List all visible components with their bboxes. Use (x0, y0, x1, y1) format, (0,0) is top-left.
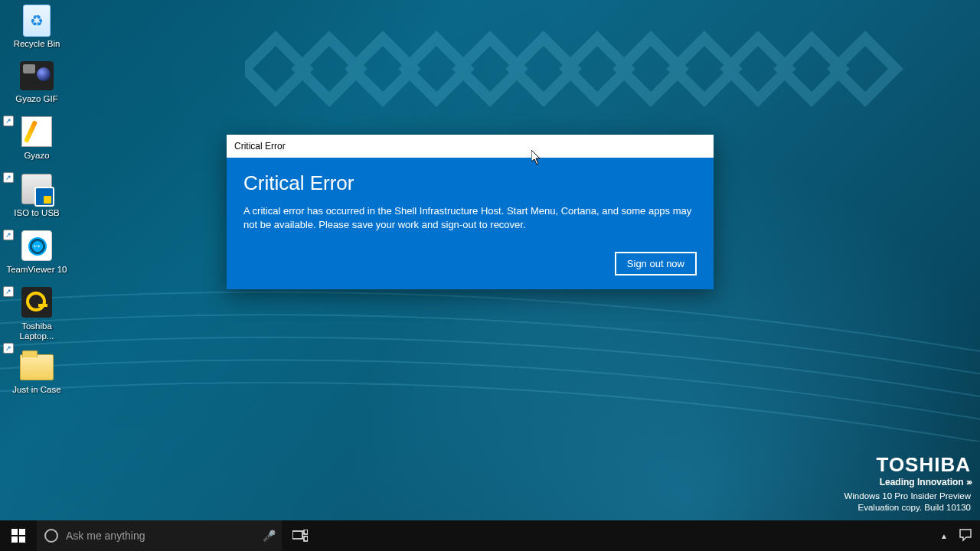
brand-tagline-text: Leading Innovation (880, 477, 964, 487)
action-center-icon[interactable] (959, 528, 972, 544)
microphone-icon[interactable]: 🎤 (263, 530, 276, 542)
dialog-title-text: Critical Error (234, 141, 286, 152)
desktop-icon-recycle-bin[interactable]: Recycle Bin (6, 5, 67, 49)
desktop-icon-teamviewer[interactable]: ↗ TeamViewer 10 (6, 230, 67, 275)
desktop-watermark: TOSHIBA Leading Innovation ››› Windows 1… (844, 453, 971, 514)
icon-label: TeamViewer 10 (6, 265, 67, 275)
desktop-icon-gyazo-gif[interactable]: ↗ Gyazo GIF (6, 61, 67, 104)
shortcut-badge-icon: ↗ (3, 230, 14, 240)
icon-label: ISO to USB (6, 208, 67, 218)
app-icon (21, 116, 52, 147)
shortcut-badge-icon: ↗ (3, 286, 14, 297)
dialog-heading: Critical Error (243, 171, 697, 195)
key-icon (21, 287, 52, 318)
desktop-icon-iso-to-usb[interactable]: ↗ ISO to USB (6, 174, 67, 218)
task-view-button[interactable] (282, 520, 318, 551)
taskbar: Ask me anything 🎤 ▲ (0, 520, 980, 551)
icon-label: Recycle Bin (6, 39, 67, 49)
recycle-bin-icon (23, 5, 51, 37)
dialog-titlebar[interactable]: Critical Error (227, 135, 714, 158)
icon-label: Gyazo GIF (6, 94, 67, 104)
svg-rect-2 (304, 536, 308, 541)
icon-label: Just in Case (6, 385, 67, 395)
start-button[interactable] (0, 520, 37, 551)
folder-icon (20, 354, 54, 380)
svg-rect-1 (304, 530, 308, 534)
shortcut-badge-icon: ↗ (3, 116, 14, 126)
critical-error-dialog: Critical Error Critical Error A critical… (227, 135, 714, 289)
build-line-2: Evaluation copy. Build 10130 (844, 502, 971, 514)
shortcut-badge-icon: ↗ (3, 343, 14, 354)
desktop-icon-gyazo[interactable]: ↗ Gyazo (6, 116, 67, 161)
windows-logo-icon (11, 529, 25, 543)
dialog-body: Critical Error A critical error has occu… (227, 158, 714, 289)
svg-rect-0 (292, 531, 302, 539)
brand-tagline: Leading Innovation ››› (844, 477, 971, 487)
icon-label: Toshiba Laptop... (6, 321, 67, 341)
desktop-icon-toshiba-laptop[interactable]: ↗ Toshiba Laptop... (6, 287, 67, 341)
sign-out-now-button[interactable]: Sign out now (615, 252, 697, 276)
iso-usb-icon (21, 174, 52, 204)
build-line-1: Windows 10 Pro Insider Preview (844, 491, 971, 503)
cortana-circle-icon (44, 529, 58, 543)
search-placeholder: Ask me anything (66, 530, 145, 542)
system-tray: ▲ (933, 528, 980, 544)
icon-label: Gyazo (6, 151, 67, 161)
teamviewer-icon (21, 230, 52, 261)
camera-icon (20, 61, 54, 90)
dialog-message: A critical error has occurred in the She… (243, 204, 695, 232)
taskbar-search[interactable]: Ask me anything 🎤 (37, 520, 282, 551)
task-view-icon (292, 530, 308, 542)
desktop-icon-just-in-case[interactable]: Just in Case (6, 354, 67, 395)
brand-logo: TOSHIBA (844, 453, 971, 477)
tray-overflow-icon[interactable]: ▲ (940, 532, 948, 540)
desktop-icons: Recycle Bin ↗ Gyazo GIF ↗ Gyazo ↗ ISO to… (6, 5, 75, 407)
shortcut-badge-icon: ↗ (3, 172, 14, 183)
chevron-icon: ››› (966, 477, 971, 487)
